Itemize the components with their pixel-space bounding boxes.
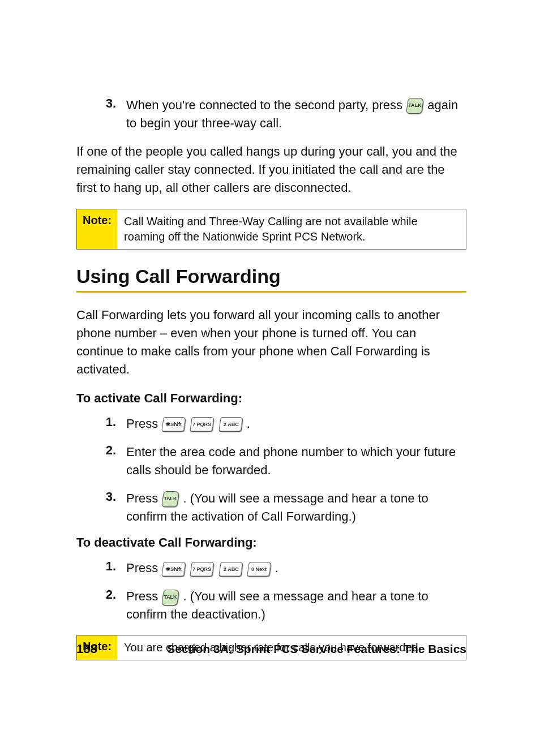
seven-key-icon: 7 PQRS [190,562,215,577]
text-fragment: . [247,416,250,431]
talk-key-icon: TALK [406,98,424,114]
activate-step-1: 1. Press ✱Shift 7 PQRS 2 ABC . [96,415,466,433]
page-footer: 188 Section 3A: Sprint PCS Service Featu… [76,642,466,656]
talk-key-icon: TALK [161,491,179,507]
forwarding-paragraph: Call Forwarding lets you forward all you… [76,306,466,379]
activate-step-2: 2. Enter the area code and phone number … [96,443,466,479]
section-heading: Using Call Forwarding [76,265,466,287]
deactivate-step-1: 1. Press ✱Shift 7 PQRS 2 ABC 0 Next . [96,559,466,577]
step-text: Enter the area code and phone number to … [126,443,466,479]
step-number: 2. [96,587,116,602]
talk-key-icon: TALK [161,590,179,605]
step-number: 3. [96,96,116,111]
footer-title: Section 3A: Sprint PCS Service Features:… [167,642,466,656]
step-number: 1. [96,559,116,574]
step-text: Press TALK . (You will see a message and… [126,489,466,526]
two-key-icon: 2 ABC [218,417,243,432]
note-box-roaming: Note: Call Waiting and Three-Way Calling… [76,209,466,250]
zero-key-icon: 0 Next [247,562,272,577]
page-number: 188 [76,642,97,656]
activate-step-3: 3. Press TALK . (You will see a message … [96,489,466,526]
note-text: Call Waiting and Three-Way Calling are n… [117,209,466,249]
text-fragment: Press [126,416,161,431]
step-text: Press TALK . (You will see a message and… [126,587,466,624]
step-3-threeway: 3. When you're connected to the second p… [96,96,466,132]
step-text: Press ✱Shift 7 PQRS 2 ABC . [126,415,466,433]
deactivate-step-2: 2. Press TALK . (You will see a message … [96,587,466,624]
text-fragment: Press [126,561,161,575]
text-fragment: . [275,561,278,575]
two-key-icon: 2 ABC [218,562,243,577]
text-fragment: When you're connected to the second part… [126,98,406,112]
activate-subhead: To activate Call Forwarding: [76,391,466,406]
star-key-icon: ✱Shift [162,562,187,577]
step-text: When you're connected to the second part… [126,96,466,132]
text-fragment: Press [126,589,161,603]
note-label: Note: [77,209,117,249]
deactivate-subhead: To deactivate Call Forwarding: [76,535,466,550]
seven-key-icon: 7 PQRS [190,417,215,432]
star-key-icon: ✱Shift [162,417,187,432]
text-fragment: Press [126,491,161,505]
step-number: 3. [96,489,116,504]
heading-rule [76,291,466,293]
step-number: 2. [96,443,116,458]
hangup-paragraph: If one of the people you called hangs up… [76,143,466,197]
step-text: Press ✱Shift 7 PQRS 2 ABC 0 Next . [126,559,466,577]
step-number: 1. [96,415,116,429]
